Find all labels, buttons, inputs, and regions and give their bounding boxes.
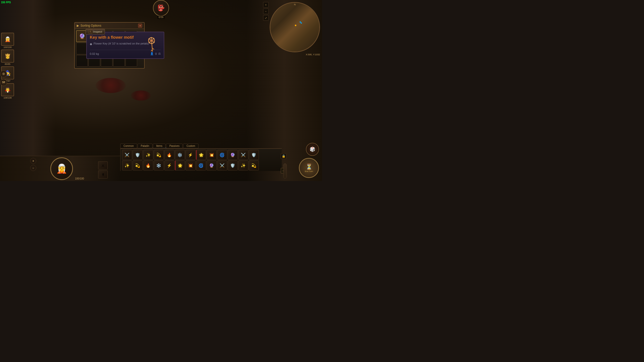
sorting-header: ▶ Sorting Options ✕ bbox=[75, 23, 144, 29]
blood-pool-1 bbox=[96, 78, 126, 93]
skill-12[interactable]: 🛡️ bbox=[249, 150, 259, 160]
skill-17[interactable]: ⚡ bbox=[164, 160, 174, 170]
fps-counter: 155 FPS bbox=[1, 1, 11, 4]
sorting-title-text: Sorting Options bbox=[80, 24, 101, 27]
sorting-title: ▶ Sorting Options bbox=[77, 24, 101, 27]
left-icons: ⚙ 🗺 bbox=[0, 70, 7, 86]
portrait-hp-1: 85/85 bbox=[5, 63, 11, 65]
map-zoom-out[interactable]: − bbox=[263, 9, 269, 14]
sorting-close-button[interactable]: ✕ bbox=[138, 24, 142, 28]
portrait-face-1: 👸 bbox=[2, 50, 14, 62]
skill-row-2: ✨ 💫 🔥 ❄️ ⚡ 🌟 💥 🌀 🔮 ⚔️ 🛡️ ✨ 💫 bbox=[122, 160, 280, 170]
tab-items[interactable]: Items bbox=[153, 144, 166, 148]
inspect-label: Inspect bbox=[93, 30, 102, 33]
top-portrait-label: 0/36 bbox=[157, 16, 164, 19]
minimap[interactable]: N bbox=[270, 2, 320, 52]
portrait-face-0: 🧝 bbox=[2, 33, 14, 45]
item-tooltip: Key with a flower motif ◆ Flower Key bbox=[86, 32, 164, 59]
top-portrait-frame[interactable]: 👺 bbox=[153, 0, 169, 16]
skill-2[interactable]: ✨ bbox=[143, 150, 153, 160]
portrait-1[interactable]: 👸 bbox=[1, 50, 14, 63]
inspect-button[interactable]: T Inspect bbox=[86, 29, 105, 34]
menu-icon[interactable]: ⚙ bbox=[0, 70, 7, 77]
inspect-tooltip: T Inspect bbox=[86, 29, 105, 35]
skill-1[interactable]: 🛡️ bbox=[133, 150, 143, 160]
scroll-handle[interactable] bbox=[283, 163, 287, 178]
item-weight: 0.02 kg bbox=[90, 52, 99, 55]
skill-15[interactable]: 🔥 bbox=[143, 160, 153, 170]
skill-16[interactable]: ❄️ bbox=[154, 160, 164, 170]
skill-14[interactable]: 💫 bbox=[133, 160, 143, 170]
party-member-1[interactable]: 👸 85/85 bbox=[1, 50, 14, 65]
tab-paladin[interactable]: Paladin bbox=[138, 144, 152, 148]
skill-24[interactable]: ✨ bbox=[238, 160, 248, 170]
skill-8[interactable]: 💥 bbox=[207, 150, 217, 160]
tab-custom[interactable]: Custom bbox=[183, 144, 198, 148]
map-expand[interactable]: ⤢ bbox=[263, 15, 269, 21]
portrait-hp-3: 108/108 bbox=[4, 97, 12, 99]
party-panel: 🧝 100/100 👸 85/85 🧙 97/97 🧛 108/108 bbox=[1, 33, 14, 99]
skill-11[interactable]: ⚔️ bbox=[238, 150, 248, 160]
portrait-hp-0: 100/100 bbox=[4, 46, 12, 49]
dice-icon: 🎲 bbox=[306, 143, 319, 156]
skill-10[interactable]: 🔮 bbox=[228, 150, 238, 160]
skill-5[interactable]: ❄️ bbox=[175, 150, 185, 160]
party-member-0[interactable]: 🧝 100/100 bbox=[1, 33, 14, 49]
skill-22[interactable]: ⚔️ bbox=[217, 160, 227, 170]
blood-pool-2 bbox=[131, 90, 151, 101]
skill-6[interactable]: ⚡ bbox=[185, 150, 195, 160]
weapon-slot-1[interactable]: ⚔ bbox=[98, 161, 108, 169]
skill-23[interactable]: 🛡️ bbox=[228, 160, 238, 170]
minimap-controls: + − ⤢ bbox=[263, 2, 269, 21]
tab-passives[interactable]: Passives bbox=[166, 144, 183, 148]
end-turn-button[interactable]: ⏳ End Turn bbox=[299, 158, 319, 178]
minimap-npc-dot-2 bbox=[301, 22, 302, 24]
minimap-coords: X:595, Y:1032 bbox=[306, 53, 320, 56]
lock-icon[interactable]: 🔒 bbox=[281, 153, 286, 159]
minimap-player-dot bbox=[295, 25, 296, 26]
item-type-icon: ◆ bbox=[90, 42, 92, 46]
weapon-slot-2[interactable]: 🗡 bbox=[98, 170, 108, 178]
inspect-key: T bbox=[88, 30, 92, 33]
skill-bar: ⚔️ 🛡️ ✨ 💫 🔥 ❄️ ⚡ 🌟 💥 🌀 🔮 ⚔️ 🛡️ ✨ 💫 🔥 ❄️ … bbox=[120, 148, 282, 171]
item-type-text: Flower Key (A '10' is scratched on the p… bbox=[94, 42, 149, 46]
weapon-slots: ⚔ 🗡 bbox=[98, 161, 108, 178]
end-turn-area: ⏳ End Turn bbox=[299, 158, 319, 178]
tab-common[interactable]: Common bbox=[120, 144, 137, 148]
skill-13[interactable]: ✨ bbox=[122, 160, 132, 170]
skill-4[interactable]: 🔥 bbox=[164, 150, 174, 160]
skill-19[interactable]: 💥 bbox=[185, 160, 195, 170]
char-icon-star[interactable]: ✦ bbox=[30, 158, 36, 164]
portrait-0[interactable]: 🧝 bbox=[1, 33, 14, 46]
compass-north: N bbox=[294, 3, 296, 6]
svg-point-11 bbox=[150, 39, 153, 42]
sorting-arrow-icon: ▶ bbox=[77, 24, 79, 27]
bottom-hud: 🧝 100/100 ✦ ○ ⚔ 🗡 🚶 ⚔ 🛡 I II III ▬ ⚔️ 🛡️… bbox=[0, 141, 322, 181]
action-tabs: Common Paladin Items Passives Custom bbox=[120, 144, 198, 148]
skill-3[interactable]: 💫 bbox=[154, 150, 164, 160]
active-char-portrait[interactable]: 🧝 bbox=[50, 157, 73, 180]
skill-0[interactable]: ⚔️ bbox=[122, 150, 132, 160]
top-char-portrait: 👺 0/36 bbox=[153, 0, 169, 19]
char-icon-ring[interactable]: ○ bbox=[30, 165, 36, 171]
skill-20[interactable]: 🌀 bbox=[196, 160, 206, 170]
end-turn-label: End Turn bbox=[305, 170, 313, 172]
hourglass-icon: ⏳ bbox=[306, 164, 312, 170]
skill-row-1: ⚔️ 🛡️ ✨ 💫 🔥 ❄️ ⚡ 🌟 💥 🌀 🔮 ⚔️ 🛡️ bbox=[122, 150, 280, 160]
skill-9[interactable]: 🌀 bbox=[217, 150, 227, 160]
minimap-inner: N bbox=[270, 3, 319, 52]
map-icon[interactable]: 🗺 bbox=[0, 79, 7, 86]
map-zoom-in[interactable]: + bbox=[263, 2, 269, 8]
inv-slot-icon-0-0: 🔮 bbox=[79, 33, 85, 39]
skill-18[interactable]: 🌟 bbox=[175, 160, 185, 170]
skill-21[interactable]: 🔮 bbox=[207, 160, 217, 170]
notification-button[interactable]: 🎲 bbox=[306, 143, 319, 156]
active-char-hp: 100/100 bbox=[75, 177, 84, 180]
skill-7[interactable]: 🌟 bbox=[196, 150, 206, 160]
char-side-icons: ✦ ○ bbox=[30, 158, 36, 171]
skill-25[interactable]: 💫 bbox=[249, 160, 259, 170]
